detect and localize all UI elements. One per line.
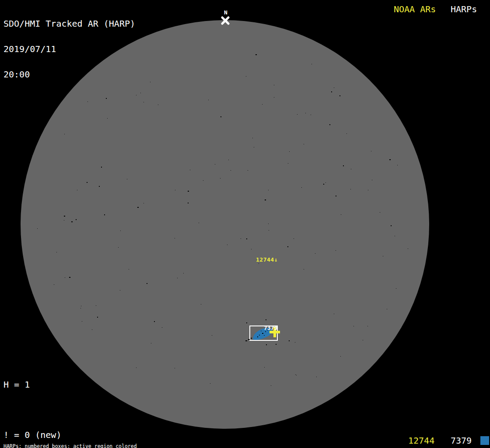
noaa-ar-12744-label: 12744↓ — [256, 256, 278, 263]
page-title: SDO/HMI Tracked AR (HARP) — [4, 20, 135, 28]
status-bar-ids: 12744 7379 — [0, 435, 490, 447]
time-label: 20:00 — [4, 70, 135, 79]
title-block: SDO/HMI Tracked AR (HARP) 2019/07/11 20:… — [4, 3, 135, 88]
harp-box-number: 7379 — [264, 325, 277, 331]
north-label: N — [221, 9, 231, 16]
status-noaa-id: 12744 — [408, 435, 434, 446]
date-label: 2019/07/11 — [4, 45, 135, 53]
harp-color-swatch — [480, 436, 489, 445]
noaa-ars-legend-label: NOAA ARs — [394, 4, 436, 14]
harps-legend-label: HARPs — [451, 4, 477, 14]
top-right-legend: NOAA ARs HARPs — [0, 4, 490, 15]
status-harp-id: 7379 — [451, 435, 472, 446]
legend-spacer — [4, 406, 104, 414]
harp-count-line: H = 1 — [4, 381, 104, 389]
